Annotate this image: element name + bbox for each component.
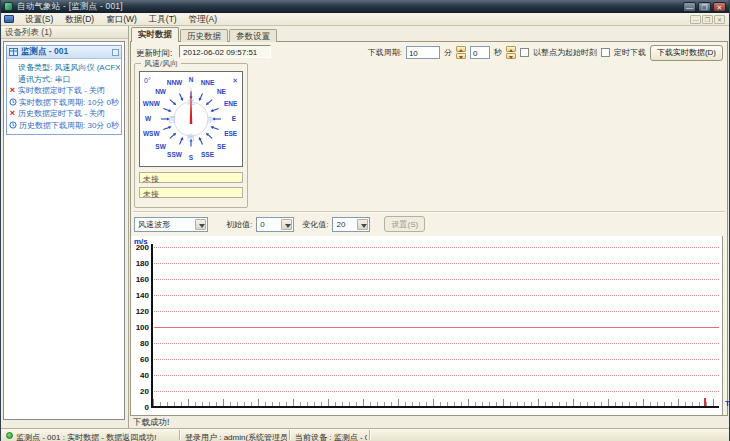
status-ok-icon <box>6 432 13 439</box>
device-info-text: 历史数据定时下载 - 关闭 <box>18 108 105 119</box>
chevron-down-icon[interactable] <box>357 219 368 230</box>
x-axis-major-ticks <box>153 399 719 406</box>
gridline-200 <box>154 247 719 248</box>
change-value-select[interactable]: 20 <box>332 217 370 232</box>
device-info-line-4: ×历史数据定时下载 - 关闭 <box>9 108 120 120</box>
gridline-40 <box>154 375 719 376</box>
device-panel[interactable]: 监测点 - 001 设备类型: 风速风向仪 (ACFX-4)通讯方式: 串口×实… <box>6 45 122 135</box>
wind-group: 风速/风向 NNNENEENEEESESESSESSSWSWWSWWWNWNWN… <box>134 63 248 208</box>
spin-down-icon[interactable] <box>506 53 516 59</box>
minutes-stepper[interactable] <box>456 46 466 59</box>
y-tick-40: 40 <box>131 371 149 380</box>
grid-icon <box>9 48 18 56</box>
tab-0[interactable]: 实时数据 <box>131 27 179 42</box>
mdi-restore-icon[interactable]: ❐ <box>702 15 713 24</box>
device-panel-header[interactable]: 监测点 - 001 <box>7 46 121 59</box>
mdi-close-icon[interactable]: ✕ <box>714 15 725 24</box>
chevron-down-icon[interactable] <box>281 219 292 230</box>
status-device: 当前设备 : 监测点 - 001 <box>295 432 367 441</box>
tab-1[interactable]: 历史数据 <box>180 29 228 42</box>
title-bar: 自动气象站 - [监测点 - 001] — ❐ ✕ <box>1 0 729 13</box>
align-to-hour-label: 以整点为起始时刻 <box>533 47 597 58</box>
y-tick-0: 0 <box>131 403 149 412</box>
status-separator <box>289 430 291 440</box>
device-info-line-0: 设备类型: 风速风向仪 (ACFX-4) <box>9 62 120 74</box>
device-info-text: 实时数据定时下载 - 关闭 <box>18 85 105 96</box>
spin-up-icon[interactable] <box>456 46 466 52</box>
status-message: 监测点 - 001 : 实时数据 - 数据返回成功! <box>16 432 176 441</box>
content-area: 实时数据历史数据参数设置 更新时间: 2012-06-02 09:57:51 下… <box>129 26 729 428</box>
close-icon[interactable]: ✕ <box>713 2 726 12</box>
gridline-180 <box>154 263 719 264</box>
mdi-child-icon[interactable] <box>4 15 14 23</box>
compass-arrow <box>163 127 169 129</box>
clock-icon <box>9 121 17 129</box>
y-tick-200: 200 <box>131 243 149 252</box>
menu-item-2[interactable]: 窗口(W) <box>100 13 143 25</box>
device-info-line-5: 历史数据下载周期: 30分 0秒 <box>9 120 120 132</box>
device-info-list: 设备类型: 风速风向仪 (ACFX-4)通讯方式: 串口×实时数据定时下载 - … <box>7 59 121 134</box>
window-controls: — ❐ ✕ <box>683 2 726 12</box>
current-time-tick <box>704 398 706 406</box>
seconds-unit-label: 秒 <box>494 47 502 58</box>
waveform-select[interactable]: 风速波形 <box>134 217 208 232</box>
wind-speed-value-field: 未接 <box>139 172 243 183</box>
timed-download-checkbox[interactable] <box>601 48 610 57</box>
y-tick-20: 20 <box>131 387 149 396</box>
menu-item-3[interactable]: 工具(T) <box>143 13 183 25</box>
status-bar: 监测点 - 001 : 实时数据 - 数据返回成功! 登录用户 : admin(… <box>1 428 729 441</box>
y-tick-180: 180 <box>131 259 149 268</box>
waveform-chart: m/s 200180160140120100806040200 <box>131 236 723 415</box>
status-user: 登录用户 : admin(系统管理员) <box>185 432 287 441</box>
change-value-label: 变化值: <box>302 219 328 230</box>
spin-down-icon[interactable] <box>456 53 466 59</box>
seconds-stepper[interactable] <box>506 46 516 59</box>
mdi-minimize-icon[interactable]: — <box>690 15 701 24</box>
compass-arrow <box>212 109 218 111</box>
initial-value-select[interactable]: 0 <box>256 217 294 232</box>
device-sidebar: 设备列表 (1) 监测点 - 001 设备类型: 风速风向仪 (ACFX-4)通… <box>1 26 129 428</box>
disabled-x-icon: × <box>9 109 16 118</box>
initial-value-label: 初始值: <box>226 219 252 230</box>
device-info-text: 实时数据下载周期: 10分 0秒 <box>19 97 119 108</box>
compass-label-S: S <box>189 154 194 161</box>
initial-value: 0 <box>260 220 264 229</box>
y-axis-line <box>151 244 153 408</box>
main-area: 设备列表 (1) 监测点 - 001 设备类型: 风速风向仪 (ACFX-4)通… <box>1 26 729 428</box>
tab-2[interactable]: 参数设置 <box>229 29 277 42</box>
chevron-down-icon[interactable] <box>195 219 206 230</box>
menu-bar: 设置(S)数据(D)窗口(W)工具(T)管理(A) — ❐ ✕ <box>1 13 729 26</box>
section-divider <box>133 211 725 213</box>
y-tick-60: 60 <box>131 355 149 364</box>
spin-up-icon[interactable] <box>506 46 516 52</box>
reference-line-100 <box>154 327 719 328</box>
compass-corner-mark: ✕ <box>232 77 238 84</box>
compass-label-SSE: SSE <box>201 151 215 158</box>
pin-icon[interactable] <box>112 49 119 56</box>
menu-item-4[interactable]: 管理(A) <box>183 13 223 25</box>
download-cycle-label: 下载周期: <box>368 47 402 58</box>
menu-item-0[interactable]: 设置(S) <box>19 13 59 25</box>
clock-icon <box>9 98 17 106</box>
compass-label-WNW: WNW <box>143 100 161 107</box>
compass-svg: NNNENEENEEESESESSESSSWSWWSWWWNWNWNNW北东南西… <box>140 72 242 166</box>
download-realtime-button[interactable]: 下载实时数据(D) <box>650 45 723 61</box>
device-info-line-2: ×实时数据定时下载 - 关闭 <box>9 85 120 97</box>
status-separator <box>369 430 371 440</box>
mdi-controls: — ❐ ✕ <box>690 15 725 24</box>
compass-label-N: N <box>189 76 194 83</box>
app-icon <box>4 2 13 11</box>
minutes-input[interactable]: 10 <box>406 46 440 59</box>
app-window: 自动气象站 - [监测点 - 001] — ❐ ✕ 设置(S)数据(D)窗口(W… <box>0 0 730 441</box>
settings-button[interactable]: 设置(S) <box>384 216 425 232</box>
menu-item-1[interactable]: 数据(D) <box>59 13 100 25</box>
device-info-line-1: 通讯方式: 串口 <box>9 74 120 86</box>
align-to-hour-checkbox[interactable] <box>520 48 529 57</box>
minimize-icon[interactable]: — <box>683 2 696 12</box>
compass-label-E: E <box>232 115 237 122</box>
y-tick-140: 140 <box>131 291 149 300</box>
seconds-input[interactable]: 0 <box>470 46 490 59</box>
maximize-icon[interactable]: ❐ <box>698 2 711 12</box>
compass-label-W: W <box>145 115 152 122</box>
device-info-text: 历史数据下载周期: 30分 0秒 <box>19 120 119 131</box>
